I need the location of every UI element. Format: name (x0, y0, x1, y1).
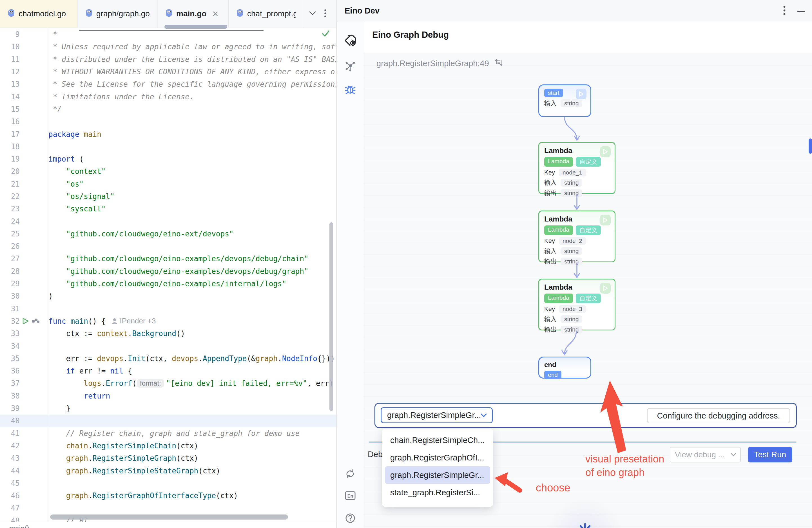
line-number: 37 (0, 379, 20, 387)
code-editor[interactable]: 9 *10 * Unless required by applicable la… (0, 28, 337, 522)
line-number: 42 (0, 442, 20, 450)
node-field-value: string (561, 99, 582, 107)
tab-main-go[interactable]: main.go✕ (158, 0, 229, 28)
dropdown-option[interactable]: state_graph.RegisterSi... (382, 484, 493, 501)
configure-debug-address-button[interactable]: Configure the debugging address. (647, 408, 790, 423)
code-line-35[interactable]: 35 err := devops.Init(ctx, devops.Append… (0, 352, 337, 365)
code-line-27[interactable]: 27 "github.com/cloudwego/eino-examples/d… (0, 252, 337, 265)
code-line-40[interactable]: 40 (0, 414, 337, 427)
code-text: * limitations under the License. (48, 92, 194, 101)
code-line-21[interactable]: 21 "os" (0, 178, 337, 190)
tab-graph-graph-go[interactable]: graph/graph.go (78, 0, 158, 28)
code-line-46[interactable]: 46 graph.RegisterGraphOfInterfaceType(ct… (0, 489, 337, 502)
code-line-22[interactable]: 22 "os/signal" (0, 190, 337, 203)
tabs-kebab-menu-icon[interactable] (324, 9, 326, 18)
dropdown-option[interactable]: graph.RegisterGraphOfI... (382, 449, 493, 466)
code-line-12[interactable]: 12 * WITHOUT WARRANTIES OR CONDITIONS OF… (0, 65, 337, 78)
graph-select[interactable]: graph.RegisterSimpleGr... (381, 407, 493, 423)
debug-bug-icon[interactable] (344, 83, 357, 96)
tabs-chevron-down-icon[interactable] (309, 11, 316, 17)
code-line-20[interactable]: 20 "context" (0, 165, 337, 178)
code-line-32[interactable]: 32func main() {IPender +3 (0, 315, 337, 327)
code-line-31[interactable]: 31 (0, 303, 337, 315)
code-line-39[interactable]: 39 } (0, 402, 337, 414)
language-en-icon[interactable]: En (344, 489, 357, 502)
inspections-ok-check-icon[interactable] (321, 29, 331, 40)
code-line-26[interactable]: 26 (0, 240, 337, 252)
code-line-23[interactable]: 23 "syscall" (0, 203, 337, 215)
code-line-29[interactable]: 29 "github.com/cloudwego/eino-examples/i… (0, 278, 337, 290)
node-field-label: 输入 (544, 315, 557, 323)
line-number: 40 (0, 416, 20, 425)
kebab-menu-icon[interactable] (783, 5, 785, 17)
code-line-41[interactable]: 41 // Register chain, graph and state_gr… (0, 427, 337, 440)
profiler-icon[interactable] (31, 318, 40, 324)
close-icon[interactable]: ✕ (212, 9, 218, 18)
code-line-45[interactable]: 45 (0, 477, 337, 489)
tab-strip-scrollbar-thumb[interactable] (164, 25, 227, 29)
go-file-icon (86, 9, 92, 19)
editor-horizontal-scrollbar[interactable] (50, 514, 288, 519)
node-field-label: 输出 (544, 257, 557, 266)
code-line-47[interactable]: 47 (0, 502, 337, 514)
debug-target-location[interactable]: graph.RegisterSimpleGraph:49 (376, 59, 489, 68)
graph-node-node_3[interactable]: LambdaLambda自定义Keynode_3输入string输出string (538, 279, 615, 331)
code-line-13[interactable]: 13 * See the License for the specific la… (0, 78, 337, 90)
code-line-10[interactable]: 10 * Unless required by applicable law o… (0, 41, 337, 53)
code-text: } (48, 404, 70, 413)
editor-vertical-scrollbar[interactable] (330, 222, 333, 411)
breadcrumb[interactable]: main() (0, 522, 337, 528)
parameter-hint: format: (137, 379, 164, 387)
code-line-15[interactable]: 15 */ (0, 103, 337, 115)
code-line-16[interactable]: 16 (0, 115, 337, 128)
code-line-44[interactable]: 44 graph.RegisterSimpleStateGraph(ctx) (0, 465, 337, 477)
code-line-28[interactable]: 28 "github.com/cloudwego/eino-examples/d… (0, 265, 337, 278)
code-vision-hint[interactable]: IPender +3 (112, 317, 156, 325)
line-number: 21 (0, 180, 20, 188)
sort-lines-icon[interactable] (494, 58, 503, 69)
code-text: "os/signal" (48, 192, 115, 201)
code-line-42[interactable]: 42 chain.RegisterSimpleChain(ctx) (0, 440, 337, 452)
line-number: 41 (0, 429, 20, 438)
dropdown-option[interactable]: chain.RegisterSimpleCh... (382, 431, 493, 449)
code-line-37[interactable]: 37 logs.Errorf(format:"[eino dev] init f… (0, 377, 337, 390)
graph-node-node_1[interactable]: LambdaLambda自定义Keynode_1输入string输出string (538, 142, 615, 194)
code-line-43[interactable]: 43 graph.RegisterSimpleGraph(ctx) (0, 452, 337, 465)
node-title: end (544, 361, 591, 369)
view-debug-select[interactable]: View debug ... (670, 447, 741, 463)
node-field-value: string (561, 258, 582, 265)
graph-nodes-icon[interactable] (344, 59, 357, 72)
eino-logo-icon[interactable] (344, 34, 357, 47)
node-run-button[interactable] (576, 89, 586, 99)
graph-node-node_2[interactable]: LambdaLambda自定义Keynode_2输入string输出string (538, 210, 615, 262)
code-line-18[interactable]: 18 (0, 141, 337, 153)
node-run-button[interactable] (600, 215, 611, 225)
code-line-17[interactable]: 17package main (0, 128, 337, 140)
panel-scrollbar-thumb[interactable] (809, 138, 812, 154)
node-run-button[interactable] (600, 146, 611, 157)
node-run-button[interactable] (600, 283, 611, 294)
code-line-36[interactable]: 36 if err != nil { (0, 365, 337, 377)
tab-chat-prompt-go[interactable]: chat_prompt.go (229, 0, 304, 28)
graph-node-start[interactable]: start输入string (538, 85, 591, 117)
code-line-14[interactable]: 14 * limitations under the License. (0, 90, 337, 103)
code-line-19[interactable]: 19import ( (0, 153, 337, 165)
code-line-34[interactable]: 34 (0, 340, 337, 352)
code-line-24[interactable]: 24 (0, 215, 337, 228)
code-text: */ (48, 105, 62, 114)
minimize-icon[interactable] (797, 9, 805, 14)
code-line-30[interactable]: 30) (0, 290, 337, 302)
graph-node-end[interactable]: endend (538, 356, 591, 379)
line-number: 33 (0, 329, 20, 338)
code-line-38[interactable]: 38 return (0, 390, 337, 402)
help-icon[interactable] (344, 512, 357, 525)
code-line-25[interactable]: 25 "github.com/cloudwego/eino-ext/devops… (0, 228, 337, 240)
test-run-button[interactable]: Test Run (748, 447, 792, 463)
tab-chatmodel-go[interactable]: chatmodel.go (0, 0, 78, 28)
code-line-11[interactable]: 11 * distributed under the License is di… (0, 53, 337, 65)
refresh-icon[interactable] (344, 467, 357, 480)
run-main-icon[interactable] (21, 317, 29, 325)
code-line-33[interactable]: 33 ctx := context.Background() (0, 327, 337, 340)
dropdown-option-selected[interactable]: graph.RegisterSimpleGr... (385, 466, 490, 484)
code-text: err := devops.Init(ctx, devops.AppendTyp… (48, 354, 335, 363)
